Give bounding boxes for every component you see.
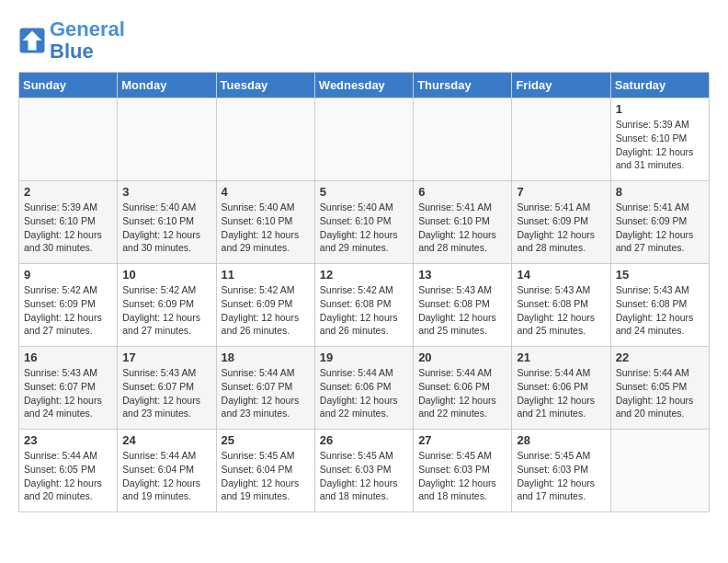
calendar-day-cell: 4Sunrise: 5:40 AM Sunset: 6:10 PM Daylig… [216,181,314,264]
day-number: 3 [122,185,210,199]
day-info: Sunrise: 5:44 AM Sunset: 6:05 PM Dayligh… [24,449,112,503]
calendar-day-cell: 2Sunrise: 5:39 AM Sunset: 6:10 PM Daylig… [19,181,118,264]
calendar-day-cell [314,98,413,181]
day-number: 8 [616,185,704,199]
day-info: Sunrise: 5:45 AM Sunset: 6:04 PM Dayligh… [222,449,310,503]
day-number: 26 [320,433,408,447]
day-number: 20 [418,350,506,364]
calendar-day-cell [414,98,512,181]
calendar-day-cell: 23Sunrise: 5:44 AM Sunset: 6:05 PM Dayli… [19,430,118,512]
calendar-day-cell: 27Sunrise: 5:45 AM Sunset: 6:03 PM Dayli… [414,430,512,512]
calendar-day-cell: 14Sunrise: 5:43 AM Sunset: 6:08 PM Dayli… [512,264,610,347]
day-info: Sunrise: 5:41 AM Sunset: 6:09 PM Dayligh… [517,201,605,255]
day-number: 6 [418,185,506,199]
day-info: Sunrise: 5:45 AM Sunset: 6:03 PM Dayligh… [418,449,506,503]
day-number: 22 [616,350,704,364]
calendar-day-cell: 3Sunrise: 5:40 AM Sunset: 6:10 PM Daylig… [118,181,216,264]
day-info: Sunrise: 5:44 AM Sunset: 6:05 PM Dayligh… [616,366,704,420]
day-number: 2 [24,185,112,199]
page-header: General Blue [18,18,710,63]
calendar-day-cell: 1Sunrise: 5:39 AM Sunset: 6:10 PM Daylig… [610,98,709,181]
day-number: 10 [122,268,210,282]
day-number: 5 [320,185,408,199]
calendar-day-cell: 9Sunrise: 5:42 AM Sunset: 6:09 PM Daylig… [19,264,118,347]
day-info: Sunrise: 5:43 AM Sunset: 6:07 PM Dayligh… [122,366,210,420]
calendar-week-row: 1Sunrise: 5:39 AM Sunset: 6:10 PM Daylig… [19,98,710,181]
calendar-day-cell: 22Sunrise: 5:44 AM Sunset: 6:05 PM Dayli… [610,347,709,430]
calendar-table: SundayMondayTuesdayWednesdayThursdayFrid… [18,72,710,512]
day-number: 27 [418,433,506,447]
calendar-day-cell: 19Sunrise: 5:44 AM Sunset: 6:06 PM Dayli… [314,347,413,430]
calendar-day-cell: 26Sunrise: 5:45 AM Sunset: 6:03 PM Dayli… [314,430,413,512]
calendar-day-cell: 13Sunrise: 5:43 AM Sunset: 6:08 PM Dayli… [414,264,512,347]
calendar-body: 1Sunrise: 5:39 AM Sunset: 6:10 PM Daylig… [19,98,710,512]
day-info: Sunrise: 5:44 AM Sunset: 6:06 PM Dayligh… [418,366,506,420]
day-number: 17 [122,350,210,364]
day-number: 11 [222,268,310,282]
calendar-week-row: 23Sunrise: 5:44 AM Sunset: 6:05 PM Dayli… [19,430,710,512]
day-number: 25 [222,433,310,447]
calendar-day-cell [610,430,709,512]
day-number: 13 [418,268,506,282]
logo: General Blue [18,18,125,63]
calendar-week-row: 2Sunrise: 5:39 AM Sunset: 6:10 PM Daylig… [19,181,710,264]
day-number: 14 [517,268,605,282]
calendar-day-cell: 24Sunrise: 5:44 AM Sunset: 6:04 PM Dayli… [118,430,216,512]
calendar-day-cell: 15Sunrise: 5:43 AM Sunset: 6:08 PM Dayli… [610,264,709,347]
calendar-day-cell: 21Sunrise: 5:44 AM Sunset: 6:06 PM Dayli… [512,347,610,430]
calendar-day-cell: 18Sunrise: 5:44 AM Sunset: 6:07 PM Dayli… [216,347,314,430]
day-info: Sunrise: 5:40 AM Sunset: 6:10 PM Dayligh… [222,201,310,255]
calendar-day-cell: 12Sunrise: 5:42 AM Sunset: 6:08 PM Dayli… [314,264,413,347]
day-info: Sunrise: 5:45 AM Sunset: 6:03 PM Dayligh… [517,449,605,503]
day-number: 16 [24,350,112,364]
calendar-day-cell: 10Sunrise: 5:42 AM Sunset: 6:09 PM Dayli… [118,264,216,347]
day-number: 4 [222,185,310,199]
day-info: Sunrise: 5:41 AM Sunset: 6:10 PM Dayligh… [418,201,506,255]
day-number: 15 [616,268,704,282]
day-info: Sunrise: 5:44 AM Sunset: 6:06 PM Dayligh… [320,366,408,420]
day-number: 23 [24,433,112,447]
calendar-day-cell: 8Sunrise: 5:41 AM Sunset: 6:09 PM Daylig… [610,181,709,264]
calendar-day-cell: 5Sunrise: 5:40 AM Sunset: 6:10 PM Daylig… [314,181,413,264]
day-info: Sunrise: 5:40 AM Sunset: 6:10 PM Dayligh… [320,201,408,255]
day-info: Sunrise: 5:43 AM Sunset: 6:07 PM Dayligh… [24,366,112,420]
day-number: 18 [222,350,310,364]
day-number: 9 [24,268,112,282]
day-info: Sunrise: 5:40 AM Sunset: 6:10 PM Dayligh… [122,201,210,255]
calendar-day-cell: 17Sunrise: 5:43 AM Sunset: 6:07 PM Dayli… [118,347,216,430]
weekday-header: Tuesday [216,73,314,98]
calendar-header-row: SundayMondayTuesdayWednesdayThursdayFrid… [19,73,710,98]
weekday-header: Saturday [610,73,709,98]
day-number: 28 [517,433,605,447]
day-info: Sunrise: 5:44 AM Sunset: 6:06 PM Dayligh… [517,366,605,420]
calendar-week-row: 16Sunrise: 5:43 AM Sunset: 6:07 PM Dayli… [19,347,710,430]
calendar-day-cell [216,98,314,181]
day-info: Sunrise: 5:42 AM Sunset: 6:09 PM Dayligh… [122,283,210,338]
day-number: 1 [616,102,704,116]
logo-icon [18,27,46,54]
day-number: 24 [122,433,210,447]
day-info: Sunrise: 5:42 AM Sunset: 6:09 PM Dayligh… [24,283,112,338]
weekday-header: Friday [512,73,610,98]
calendar-day-cell: 6Sunrise: 5:41 AM Sunset: 6:10 PM Daylig… [414,181,512,264]
day-info: Sunrise: 5:42 AM Sunset: 6:08 PM Dayligh… [320,283,408,338]
weekday-header: Thursday [414,73,512,98]
calendar-day-cell [118,98,216,181]
calendar-day-cell: 25Sunrise: 5:45 AM Sunset: 6:04 PM Dayli… [216,430,314,512]
calendar-day-cell [19,98,118,181]
day-info: Sunrise: 5:39 AM Sunset: 6:10 PM Dayligh… [616,118,704,172]
weekday-header: Wednesday [314,73,413,98]
day-info: Sunrise: 5:42 AM Sunset: 6:09 PM Dayligh… [222,283,310,338]
calendar-day-cell: 28Sunrise: 5:45 AM Sunset: 6:03 PM Dayli… [512,430,610,512]
calendar-day-cell: 20Sunrise: 5:44 AM Sunset: 6:06 PM Dayli… [414,347,512,430]
day-number: 21 [517,350,605,364]
day-info: Sunrise: 5:44 AM Sunset: 6:04 PM Dayligh… [122,449,210,503]
day-info: Sunrise: 5:44 AM Sunset: 6:07 PM Dayligh… [222,366,310,420]
calendar-week-row: 9Sunrise: 5:42 AM Sunset: 6:09 PM Daylig… [19,264,710,347]
calendar-day-cell: 11Sunrise: 5:42 AM Sunset: 6:09 PM Dayli… [216,264,314,347]
day-info: Sunrise: 5:43 AM Sunset: 6:08 PM Dayligh… [616,283,704,338]
day-info: Sunrise: 5:39 AM Sunset: 6:10 PM Dayligh… [24,201,112,255]
day-number: 12 [320,268,408,282]
weekday-header: Monday [118,73,216,98]
logo-text: General Blue [50,18,125,63]
